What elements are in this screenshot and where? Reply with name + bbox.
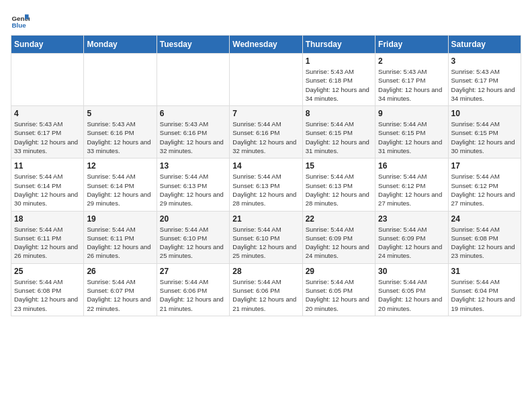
calendar-cell: 18Sunrise: 5:44 AM Sunset: 6:11 PM Dayli…: [11, 211, 84, 263]
calendar-cell: 30Sunrise: 5:44 AM Sunset: 6:05 PM Dayli…: [375, 263, 448, 316]
day-info: Sunrise: 5:43 AM Sunset: 6:16 PM Dayligh…: [87, 120, 153, 155]
calendar-cell: 20Sunrise: 5:44 AM Sunset: 6:10 PM Dayli…: [157, 211, 229, 263]
calendar-cell: 9Sunrise: 5:44 AM Sunset: 6:15 PM Daylig…: [375, 106, 448, 158]
day-number: 11: [14, 161, 81, 171]
day-number: 25: [14, 267, 81, 276]
calendar-cell: 13Sunrise: 5:44 AM Sunset: 6:13 PM Dayli…: [157, 158, 229, 211]
day-number: 17: [451, 161, 518, 171]
day-number: 23: [378, 214, 445, 224]
day-info: Sunrise: 5:44 AM Sunset: 6:06 PM Dayligh…: [160, 277, 226, 313]
calendar-cell: [84, 54, 157, 106]
calendar-cell: 19Sunrise: 5:44 AM Sunset: 6:11 PM Dayli…: [84, 211, 157, 263]
day-info: Sunrise: 5:44 AM Sunset: 6:05 PM Dayligh…: [378, 277, 445, 313]
day-info: Sunrise: 5:43 AM Sunset: 6:18 PM Dayligh…: [306, 67, 372, 103]
day-number: 6: [160, 109, 226, 118]
day-number: 13: [160, 161, 226, 171]
calendar-cell: 29Sunrise: 5:44 AM Sunset: 6:05 PM Dayli…: [302, 263, 375, 316]
day-number: 27: [160, 267, 226, 276]
day-info: Sunrise: 5:44 AM Sunset: 6:11 PM Dayligh…: [14, 225, 81, 261]
calendar-cell: 5Sunrise: 5:43 AM Sunset: 6:16 PM Daylig…: [84, 106, 157, 158]
calendar-cell: [230, 54, 302, 106]
svg-text:Blue: Blue: [11, 21, 26, 29]
calendar-cell: 22Sunrise: 5:44 AM Sunset: 6:09 PM Dayli…: [302, 211, 375, 263]
calendar-cell: 16Sunrise: 5:44 AM Sunset: 6:12 PM Dayli…: [375, 158, 448, 211]
calendar-cell: 24Sunrise: 5:44 AM Sunset: 6:08 PM Dayli…: [448, 211, 521, 263]
day-number: 8: [306, 109, 372, 118]
day-info: Sunrise: 5:44 AM Sunset: 6:13 PM Dayligh…: [232, 172, 299, 208]
day-info: Sunrise: 5:44 AM Sunset: 6:11 PM Dayligh…: [87, 225, 153, 261]
calendar-cell: 6Sunrise: 5:43 AM Sunset: 6:16 PM Daylig…: [157, 106, 229, 158]
day-info: Sunrise: 5:44 AM Sunset: 6:13 PM Dayligh…: [306, 172, 372, 208]
day-info: Sunrise: 5:44 AM Sunset: 6:15 PM Dayligh…: [378, 120, 445, 155]
day-header-thursday: Thursday: [302, 36, 375, 54]
day-info: Sunrise: 5:44 AM Sunset: 6:16 PM Dayligh…: [232, 120, 299, 155]
calendar-week-row: 1Sunrise: 5:43 AM Sunset: 6:18 PM Daylig…: [11, 54, 521, 106]
calendar-cell: 2Sunrise: 5:43 AM Sunset: 6:17 PM Daylig…: [375, 54, 448, 106]
calendar-cell: 14Sunrise: 5:44 AM Sunset: 6:13 PM Dayli…: [230, 158, 302, 211]
calendar-cell: 31Sunrise: 5:44 AM Sunset: 6:04 PM Dayli…: [448, 263, 521, 316]
day-number: 29: [306, 267, 372, 276]
day-info: Sunrise: 5:44 AM Sunset: 6:09 PM Dayligh…: [378, 225, 445, 261]
day-number: 9: [378, 109, 445, 118]
day-info: Sunrise: 5:43 AM Sunset: 6:17 PM Dayligh…: [378, 67, 445, 103]
day-header-saturday: Saturday: [448, 36, 521, 54]
day-number: 2: [378, 56, 445, 66]
logo-icon: General Blue: [11, 11, 30, 30]
day-info: Sunrise: 5:43 AM Sunset: 6:17 PM Dayligh…: [451, 67, 518, 103]
day-info: Sunrise: 5:44 AM Sunset: 6:12 PM Dayligh…: [378, 172, 445, 208]
day-header-tuesday: Tuesday: [157, 36, 229, 54]
day-info: Sunrise: 5:44 AM Sunset: 6:10 PM Dayligh…: [232, 225, 299, 261]
calendar-cell: 10Sunrise: 5:44 AM Sunset: 6:15 PM Dayli…: [448, 106, 521, 158]
calendar-week-row: 4Sunrise: 5:43 AM Sunset: 6:17 PM Daylig…: [11, 106, 521, 158]
calendar-cell: 26Sunrise: 5:44 AM Sunset: 6:07 PM Dayli…: [84, 263, 157, 316]
day-info: Sunrise: 5:44 AM Sunset: 6:06 PM Dayligh…: [232, 277, 299, 313]
day-header-friday: Friday: [375, 36, 448, 54]
day-info: Sunrise: 5:44 AM Sunset: 6:15 PM Dayligh…: [306, 120, 372, 155]
calendar-cell: 17Sunrise: 5:44 AM Sunset: 6:12 PM Dayli…: [448, 158, 521, 211]
day-info: Sunrise: 5:44 AM Sunset: 6:07 PM Dayligh…: [87, 277, 153, 313]
day-info: Sunrise: 5:44 AM Sunset: 6:08 PM Dayligh…: [14, 277, 81, 313]
day-number: 14: [232, 161, 299, 171]
day-info: Sunrise: 5:44 AM Sunset: 6:15 PM Dayligh…: [451, 120, 518, 155]
day-info: Sunrise: 5:44 AM Sunset: 6:05 PM Dayligh…: [306, 277, 372, 313]
calendar-cell: 25Sunrise: 5:44 AM Sunset: 6:08 PM Dayli…: [11, 263, 84, 316]
day-number: 15: [306, 161, 372, 171]
day-info: Sunrise: 5:44 AM Sunset: 6:14 PM Dayligh…: [14, 172, 81, 208]
day-number: 10: [451, 109, 518, 118]
day-info: Sunrise: 5:44 AM Sunset: 6:12 PM Dayligh…: [451, 172, 518, 208]
calendar-cell: 12Sunrise: 5:44 AM Sunset: 6:14 PM Dayli…: [84, 158, 157, 211]
day-info: Sunrise: 5:43 AM Sunset: 6:17 PM Dayligh…: [14, 120, 81, 155]
day-number: 28: [232, 267, 299, 276]
calendar-week-row: 18Sunrise: 5:44 AM Sunset: 6:11 PM Dayli…: [11, 211, 521, 263]
calendar-cell: 27Sunrise: 5:44 AM Sunset: 6:06 PM Dayli…: [157, 263, 229, 316]
day-number: 1: [306, 56, 372, 66]
day-number: 21: [232, 214, 299, 224]
day-number: 7: [232, 109, 299, 118]
calendar-cell: 1Sunrise: 5:43 AM Sunset: 6:18 PM Daylig…: [302, 54, 375, 106]
calendar-cell: 15Sunrise: 5:44 AM Sunset: 6:13 PM Dayli…: [302, 158, 375, 211]
calendar-cell: [157, 54, 229, 106]
day-number: 31: [451, 267, 518, 276]
calendar-header-row: SundayMondayTuesdayWednesdayThursdayFrid…: [11, 36, 521, 54]
day-info: Sunrise: 5:44 AM Sunset: 6:09 PM Dayligh…: [306, 225, 372, 261]
day-number: 24: [451, 214, 518, 224]
calendar-cell: 3Sunrise: 5:43 AM Sunset: 6:17 PM Daylig…: [448, 54, 521, 106]
page-header: General Blue: [11, 11, 521, 30]
calendar-cell: 21Sunrise: 5:44 AM Sunset: 6:10 PM Dayli…: [230, 211, 302, 263]
day-info: Sunrise: 5:44 AM Sunset: 6:04 PM Dayligh…: [451, 277, 518, 313]
calendar-week-row: 25Sunrise: 5:44 AM Sunset: 6:08 PM Dayli…: [11, 263, 521, 316]
day-header-wednesday: Wednesday: [230, 36, 302, 54]
day-info: Sunrise: 5:43 AM Sunset: 6:16 PM Dayligh…: [160, 120, 226, 155]
day-header-monday: Monday: [84, 36, 157, 54]
calendar-cell: 4Sunrise: 5:43 AM Sunset: 6:17 PM Daylig…: [11, 106, 84, 158]
calendar-cell: 7Sunrise: 5:44 AM Sunset: 6:16 PM Daylig…: [230, 106, 302, 158]
calendar-week-row: 11Sunrise: 5:44 AM Sunset: 6:14 PM Dayli…: [11, 158, 521, 211]
day-number: 22: [306, 214, 372, 224]
day-header-sunday: Sunday: [11, 36, 84, 54]
calendar-table: SundayMondayTuesdayWednesdayThursdayFrid…: [11, 35, 521, 316]
day-info: Sunrise: 5:44 AM Sunset: 6:08 PM Dayligh…: [451, 225, 518, 261]
day-number: 19: [87, 214, 153, 224]
day-number: 12: [87, 161, 153, 171]
day-number: 18: [14, 214, 81, 224]
calendar-cell: 28Sunrise: 5:44 AM Sunset: 6:06 PM Dayli…: [230, 263, 302, 316]
